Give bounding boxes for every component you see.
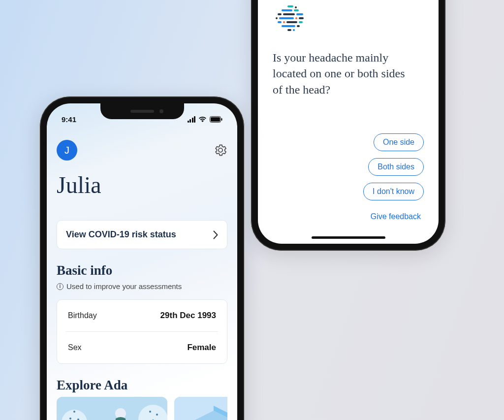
svg-rect-4	[278, 13, 282, 15]
svg-rect-10	[299, 17, 304, 19]
svg-rect-1	[295, 6, 297, 8]
battery-icon	[210, 116, 222, 123]
ada-logo-icon	[273, 2, 307, 37]
option-dont-know[interactable]: I don't know	[363, 183, 424, 200]
phone-right: Is your headache mainly located on one o…	[251, 0, 446, 251]
basic-info-card: Birthday 29th Dec 1993 Sex Female	[57, 299, 227, 364]
phone-frame: Is your headache mainly located on one o…	[251, 0, 446, 251]
svg-rect-6	[296, 13, 303, 15]
explore-cards	[57, 397, 227, 420]
svg-point-26	[69, 418, 71, 420]
svg-rect-14	[299, 21, 303, 23]
row-value: 29th Dec 1993	[160, 311, 216, 321]
explore-card[interactable]	[174, 397, 227, 420]
info-row-sex[interactable]: Sex Female	[66, 331, 218, 363]
svg-rect-3	[294, 9, 299, 11]
svg-rect-11	[278, 21, 282, 23]
row-value: Female	[187, 343, 216, 353]
svg-rect-12	[283, 21, 285, 23]
option-one-side[interactable]: One side	[374, 133, 424, 151]
svg-point-35	[156, 414, 158, 416]
svg-rect-20	[211, 117, 220, 122]
phone-screen: 9:41 J	[47, 103, 237, 420]
phone-notch	[100, 103, 184, 119]
svg-rect-8	[279, 17, 294, 19]
page-title: Julia	[57, 171, 227, 198]
option-both-sides[interactable]: Both sides	[368, 158, 424, 176]
answer-options: One side Both sides I don't know Give fe…	[273, 133, 424, 221]
row-key: Birthday	[68, 311, 97, 320]
svg-point-25	[73, 411, 75, 413]
cellular-icon	[188, 116, 196, 123]
covid-status-card[interactable]: View COVID-19 risk status	[57, 220, 227, 249]
home-indicator[interactable]	[312, 236, 385, 239]
row-key: Sex	[68, 343, 82, 352]
basic-info-caption: i Used to improve your assessments	[57, 282, 227, 291]
settings-button[interactable]	[214, 143, 227, 157]
svg-rect-16	[297, 25, 300, 27]
basic-info-heading: Basic info	[57, 263, 227, 278]
svg-rect-9	[295, 17, 297, 19]
svg-rect-17	[287, 29, 291, 31]
info-icon: i	[57, 283, 63, 290]
chevron-right-icon	[213, 230, 218, 239]
explore-card[interactable]	[57, 397, 167, 420]
svg-rect-5	[283, 13, 295, 15]
wifi-icon	[198, 116, 207, 123]
avatar[interactable]: J	[57, 140, 77, 161]
status-time: 9:41	[62, 115, 76, 124]
basic-info-caption-text: Used to improve your assessments	[66, 282, 182, 291]
gear-icon	[214, 143, 227, 157]
phone-frame: 9:41 J	[39, 96, 245, 420]
covid-status-label: View COVID-19 risk status	[66, 229, 176, 240]
give-feedback-link[interactable]: Give feedback	[371, 212, 424, 221]
phone-screen: Is your headache mainly located on one o…	[258, 0, 439, 244]
explore-heading: Explore Ada	[57, 378, 227, 393]
svg-rect-18	[293, 29, 295, 31]
phone-left: 9:41 J	[39, 96, 245, 420]
svg-rect-15	[282, 25, 295, 27]
svg-point-34	[149, 411, 151, 413]
question-text: Is your headache mainly located on one o…	[273, 50, 406, 97]
svg-rect-7	[276, 17, 278, 19]
svg-rect-2	[282, 9, 292, 11]
svg-rect-13	[286, 21, 297, 23]
svg-rect-21	[221, 118, 222, 121]
svg-rect-0	[287, 5, 293, 7]
info-row-birthday[interactable]: Birthday 29th Dec 1993	[66, 300, 218, 331]
